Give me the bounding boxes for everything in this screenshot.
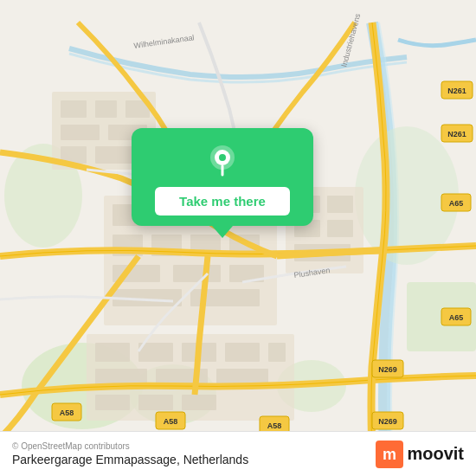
- svg-rect-38: [95, 395, 130, 410]
- svg-rect-30: [95, 343, 130, 362]
- svg-rect-40: [182, 395, 216, 410]
- location-name: Parkeergarage Emmapassage, Netherlands: [12, 453, 248, 466]
- a58-label-2: A58: [164, 417, 178, 426]
- svg-rect-11: [61, 125, 100, 140]
- map-svg: N261 N261 A65 A65 N269 N269 A58 A58 A58 …: [0, 0, 476, 476]
- svg-rect-8: [61, 100, 87, 118]
- n261-label-1: N261: [447, 87, 466, 95]
- bottom-info: © OpenStreetMap contributors Parkeergara…: [12, 441, 248, 466]
- map-container: N261 N261 A65 A65 N269 N269 A58 A58 A58 …: [0, 0, 476, 476]
- svg-rect-25: [173, 265, 221, 282]
- a58-label-3: A58: [267, 421, 282, 430]
- svg-rect-45: [327, 220, 353, 237]
- svg-rect-43: [327, 196, 353, 213]
- a58-label-1: A58: [60, 408, 74, 417]
- moovit-logo: m moovit: [376, 441, 464, 468]
- svg-rect-39: [138, 395, 173, 410]
- bottom-bar: © OpenStreetMap contributors Parkeergara…: [0, 431, 476, 476]
- location-pin-icon: [203, 142, 241, 180]
- osm-attribution: © OpenStreetMap contributors: [12, 441, 248, 451]
- svg-text:m: m: [383, 446, 396, 463]
- svg-rect-9: [95, 100, 117, 118]
- svg-point-58: [219, 154, 226, 161]
- svg-rect-33: [225, 343, 260, 362]
- n261-label-2: N261: [447, 130, 466, 138]
- n269-label-2: N269: [378, 417, 397, 426]
- moovit-logo-icon: m: [376, 441, 403, 468]
- svg-rect-34: [268, 343, 286, 362]
- a65-label-1: A65: [449, 199, 464, 208]
- a65-label-2: A65: [449, 313, 464, 322]
- take-me-there-button[interactable]: Take me there: [155, 187, 290, 215]
- popup-card: Take me there: [132, 128, 313, 226]
- n269-label-1: N269: [378, 365, 397, 374]
- moovit-text: moovit: [407, 444, 464, 464]
